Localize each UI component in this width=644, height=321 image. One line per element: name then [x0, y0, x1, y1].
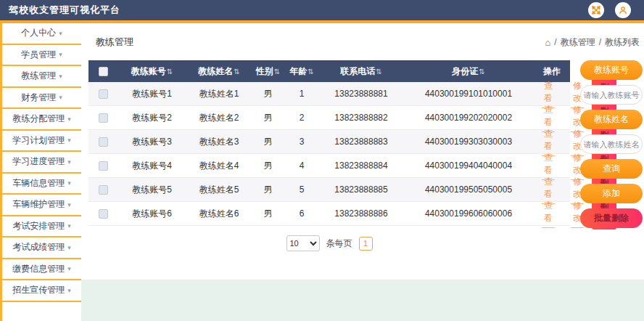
cell-age: 3 — [284, 137, 319, 147]
topbar-icon-group — [588, 2, 631, 18]
row-checkbox[interactable] — [99, 185, 108, 195]
column-header-6[interactable]: 身份证⇅ — [403, 65, 534, 78]
cell-name: 教练姓名2 — [186, 112, 252, 124]
cell-id_card: 440300199606060006 — [403, 208, 534, 219]
cell-account: 教练账号3 — [117, 136, 186, 148]
cell-account: 教练账号4 — [117, 160, 186, 172]
column-header-label: 身份证 — [452, 66, 478, 76]
row-checkbox[interactable] — [99, 209, 108, 219]
cell-phone: 13823888885 — [319, 184, 403, 195]
sidebar-item-12[interactable]: 缴费信息管理▾ — [2, 259, 81, 281]
sort-icon[interactable]: ⇅ — [376, 68, 381, 76]
cell-phone: 13823888882 — [319, 113, 403, 123]
sidebar-item-1[interactable]: 个人中心▾ — [2, 23, 81, 45]
cell-account: 教练账号6 — [117, 208, 186, 220]
sidebar-item-label: 教练分配管理 — [12, 113, 65, 125]
cell-id_card: 440300199505050005 — [403, 184, 534, 195]
sidebar-item-label: 学员管理 — [21, 49, 56, 61]
column-header-2[interactable]: 教练姓名⇅ — [186, 65, 252, 78]
column-header-4[interactable]: 年龄⇅ — [284, 65, 319, 78]
select-all-checkbox[interactable] — [99, 67, 108, 76]
sidebar-item-4[interactable]: 财务管理▾ — [2, 88, 81, 110]
table-row: 教练账号6教练姓名6男61382388888644030019960606000… — [88, 202, 570, 226]
cell-age: 4 — [284, 160, 319, 171]
cell-gender: 男 — [252, 184, 284, 196]
cell-id_card: 440300199101010001 — [403, 89, 534, 99]
column-header-label: 性别 — [256, 66, 273, 76]
sidebar-item-label: 财务管理 — [21, 92, 56, 104]
sort-icon[interactable]: ⇅ — [307, 68, 313, 76]
column-header-label: 教练姓名 — [198, 66, 233, 76]
sidebar-item-label: 学习进度管理 — [12, 155, 65, 168]
table-row: 教练账号3教练姓名3男31382388888344030019930303000… — [88, 130, 570, 154]
sidebar-item-5[interactable]: 教练分配管理▾ — [2, 109, 81, 131]
home-icon[interactable]: ⌂ — [545, 38, 550, 47]
user-icon[interactable] — [615, 2, 631, 18]
sidebar-item-label: 教练管理 — [21, 70, 56, 82]
sidebar-item-label: 学习计划管理 — [12, 134, 65, 147]
cell-gender: 男 — [252, 112, 284, 124]
coach-account-input[interactable] — [580, 85, 643, 105]
cell-phone: 13823888883 — [319, 137, 403, 147]
row-checkbox[interactable] — [99, 161, 108, 171]
row-checkbox-cell — [88, 185, 117, 195]
sidebar-item-9[interactable]: 车辆维护管理▾ — [2, 195, 81, 216]
row-checkbox[interactable] — [99, 89, 108, 99]
sidebar-item-7[interactable]: 学习进度管理▾ — [2, 152, 81, 174]
sort-icon[interactable]: ⇅ — [479, 68, 484, 76]
chevron-down-icon: ▾ — [67, 158, 71, 166]
page-size-select[interactable]: 10 — [286, 235, 320, 251]
coach-name-input[interactable] — [580, 134, 643, 154]
row-checkbox-cell — [88, 209, 117, 219]
query-button[interactable]: 查询 — [580, 159, 643, 179]
column-header-label: 联系电话 — [340, 66, 375, 76]
column-header-3[interactable]: 性别⇅ — [252, 65, 284, 78]
view-link[interactable]: 查看 — [542, 199, 555, 228]
page-number-button[interactable]: 1 — [359, 237, 373, 251]
cell-age: 5 — [284, 184, 319, 195]
chevron-down-icon: ▾ — [67, 265, 71, 272]
row-checkbox[interactable] — [99, 137, 108, 147]
breadcrumb-item-coach-management[interactable]: 教练管理 — [561, 36, 595, 49]
search-panel: 教练账号 教练姓名 查询 添加 批量删除 — [580, 60, 643, 251]
table-body: 教练账号1教练姓名1男11382388888144030019910101000… — [88, 82, 570, 226]
row-checkbox[interactable] — [99, 113, 108, 123]
column-header-7: 操作 — [534, 65, 570, 78]
sidebar-item-11[interactable]: 考试成绩管理▾ — [2, 237, 81, 259]
sort-icon[interactable]: ⇅ — [167, 68, 173, 76]
sidebar-item-2[interactable]: 学员管理▾ — [2, 45, 81, 67]
sidebar-item-6[interactable]: 学习计划管理▾ — [2, 131, 81, 153]
table-row: 教练账号4教练姓名4男41382388888444030019940404000… — [88, 154, 570, 178]
add-button[interactable]: 添加 — [580, 184, 643, 203]
pagination: 10 条每页 1 — [88, 235, 570, 251]
cell-phone: 13823888886 — [319, 208, 403, 219]
breadcrumb-item-coach-list[interactable]: 教练列表 — [605, 36, 640, 49]
sort-icon[interactable]: ⇅ — [274, 68, 280, 76]
sidebar-item-label: 车辆维护管理 — [12, 198, 65, 211]
coach-account-label-button[interactable]: 教练账号 — [580, 60, 643, 80]
breadcrumb-separator: / — [554, 37, 556, 47]
column-header-1[interactable]: 教练账号⇅ — [117, 65, 186, 78]
content-card: 教练管理 ⌂ / 教练管理 / 教练列表 教练账号⇅教练姓名⇅性别⇅年龄⇅联系电… — [81, 23, 644, 280]
app-title: 驾校收支管理可视化平台 — [9, 4, 120, 17]
cell-id_card: 440300199303030003 — [403, 137, 534, 147]
cell-gender: 男 — [252, 208, 284, 220]
sidebar-item-13[interactable]: 招生宣传管理▾ — [2, 280, 81, 302]
cell-name: 教练姓名1 — [186, 88, 252, 100]
cell-gender: 男 — [252, 136, 284, 148]
sidebar-item-10[interactable]: 考试安排管理▾ — [2, 216, 81, 238]
chevron-down-icon: ▾ — [67, 179, 71, 187]
column-header-5[interactable]: 联系电话⇅ — [319, 65, 403, 78]
batch-delete-button[interactable]: 批量删除 — [580, 208, 643, 228]
cell-name: 教练姓名4 — [186, 160, 252, 172]
cell-age: 6 — [284, 208, 319, 219]
breadcrumb: ⌂ / 教练管理 / 教练列表 — [545, 36, 640, 49]
cell-account: 教练账号1 — [117, 88, 186, 100]
sort-icon[interactable]: ⇅ — [234, 68, 239, 76]
coach-name-label-button[interactable]: 教练姓名 — [580, 110, 643, 129]
fullscreen-icon[interactable] — [588, 2, 604, 18]
sidebar-item-8[interactable]: 车辆信息管理▾ — [2, 174, 81, 195]
sidebar-item-3[interactable]: 教练管理▾ — [2, 66, 81, 88]
sidebar-item-label: 个人中心 — [21, 27, 56, 39]
cell-id_card: 440300199404040004 — [403, 160, 534, 171]
